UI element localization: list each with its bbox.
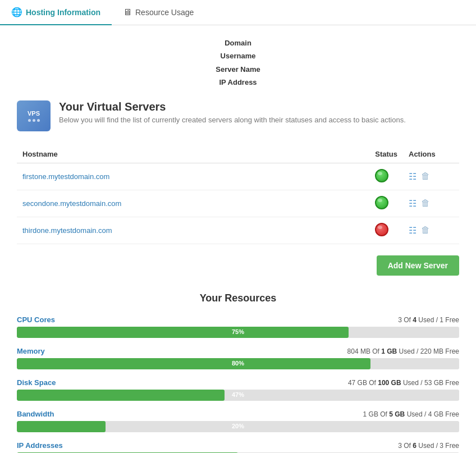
table-row: firstone.mytestdomain.com ☷ 🗑 (17, 163, 459, 190)
ip-stats-text: 3 Of (398, 442, 413, 450)
action-icons-1: ☷ 🗑 (409, 171, 454, 182)
table-row: thirdone.mytestdomain.com ☷ 🗑 (17, 217, 459, 244)
ip-stats-suffix: Used / 3 Free (417, 442, 459, 450)
status-circle-3 (375, 223, 388, 236)
resource-bandwidth: Bandwidth 1 GB Of 5 GB Used / 4 GB Free … (17, 410, 459, 432)
disk-stats-text: 47 GB Of (348, 379, 378, 387)
manage-icon-2[interactable]: ☷ (409, 198, 417, 209)
cpu-stats-text: 3 Of (398, 316, 413, 324)
actions-1: ☷ 🗑 (403, 163, 459, 190)
tab-resource[interactable]: 🖥 Resource Usage (112, 0, 205, 25)
resource-disk-label: Disk Space (17, 378, 56, 387)
resource-bandwidth-label: Bandwidth (17, 410, 54, 418)
vps-title: Your Virtual Servers (59, 100, 406, 113)
resource-ip-label: IP Addresses (17, 441, 63, 450)
resource-cpu: CPU Cores 3 Of 4 Used / 1 Free 75% (17, 315, 459, 338)
server-table: Hostname Status Actions firstone.mytestd… (17, 145, 459, 244)
resource-memory: Memory 804 MB Of 1 GB Used / 220 MB Free… (17, 347, 459, 369)
actions-3: ☷ 🗑 (403, 217, 459, 244)
vps-dots (28, 119, 40, 122)
add-server-row: Add New Server (17, 255, 459, 276)
cpu-progress-bg: 75% (17, 327, 459, 338)
main-content: Domain Username Server Name IP Address V… (0, 25, 476, 453)
tab-hosting-label: Hosting Information (26, 8, 100, 17)
resource-ip: IP Addresses 3 Of 6 Used / 3 Free 50% (17, 441, 459, 453)
resource-memory-header: Memory 804 MB Of 1 GB Used / 220 MB Free (17, 347, 459, 355)
cpu-stats-suffix: Used / 1 Free (417, 316, 459, 324)
resource-ip-stats: 3 Of 6 Used / 3 Free (398, 442, 459, 450)
resource-disk-header: Disk Space 47 GB Of 100 GB Used / 53 GB … (17, 378, 459, 387)
resource-cpu-label: CPU Cores (17, 315, 55, 324)
col-status: Status (274, 145, 403, 163)
actions-2: ☷ 🗑 (403, 190, 459, 217)
delete-icon-2[interactable]: 🗑 (421, 198, 430, 208)
resource-disk-stats: 47 GB Of 100 GB Used / 53 GB Free (348, 379, 459, 387)
memory-progress-label: 80% (232, 360, 244, 367)
resource-memory-stats: 804 MB Of 1 GB Used / 220 MB Free (347, 347, 459, 355)
disk-progress-bg: 47% (17, 390, 459, 401)
cpu-progress-fill (17, 327, 349, 338)
vps-text: Your Virtual Servers Below you will find… (59, 100, 406, 124)
action-icons-2: ☷ 🗑 (409, 198, 454, 209)
hostname-link-2[interactable]: secondone.mytestdomain.com (22, 199, 121, 208)
bandwidth-stats-text: 1 GB Of (363, 410, 390, 418)
status-1 (274, 163, 403, 190)
tab-hosting[interactable]: 🌐 Hosting Information (0, 0, 112, 25)
col-hostname: Hostname (17, 145, 274, 163)
manage-icon-3[interactable]: ☷ (409, 225, 417, 236)
delete-icon-1[interactable]: 🗑 (421, 171, 430, 181)
bandwidth-stats-suffix: Used / 4 GB Free (405, 410, 459, 418)
vps-dot-3 (37, 119, 40, 122)
disk-progress-fill (17, 390, 225, 401)
vps-dot-2 (33, 119, 35, 122)
ip-stats-bold: 6 (413, 442, 417, 450)
bandwidth-stats-bold: 5 GB (389, 410, 405, 418)
status-circle-1 (375, 169, 388, 182)
disk-progress-label: 47% (232, 391, 244, 398)
resource-bandwidth-header: Bandwidth 1 GB Of 5 GB Used / 4 GB Free (17, 410, 459, 418)
info-line-username: Username (17, 49, 459, 62)
hostname-2: secondone.mytestdomain.com (17, 190, 274, 217)
resource-disk: Disk Space 47 GB Of 100 GB Used / 53 GB … (17, 378, 459, 401)
tab-resource-label: Resource Usage (135, 8, 194, 17)
info-line-domain: Domain (17, 36, 459, 49)
resources-section: Your Resources CPU Cores 3 Of 4 Used / 1… (17, 292, 459, 453)
vps-icon: VPS (17, 100, 51, 131)
cpu-progress-label: 75% (232, 328, 244, 335)
memory-progress-fill (17, 358, 370, 369)
cpu-stats-bold: 4 (413, 316, 417, 324)
delete-icon-3[interactable]: 🗑 (421, 225, 430, 235)
vps-dot-1 (28, 119, 31, 122)
bandwidth-progress-fill (17, 421, 106, 432)
bandwidth-progress-bg: 20% (17, 421, 459, 432)
resource-cpu-header: CPU Cores 3 Of 4 Used / 1 Free (17, 315, 459, 324)
resource-bandwidth-stats: 1 GB Of 5 GB Used / 4 GB Free (363, 410, 459, 418)
status-circle-2 (375, 196, 388, 209)
col-actions: Actions (403, 145, 459, 163)
resource-cpu-stats: 3 Of 4 Used / 1 Free (398, 316, 459, 324)
info-line-ip: IP Address (17, 76, 459, 89)
action-icons-3: ☷ 🗑 (409, 225, 454, 236)
table-row: secondone.mytestdomain.com ☷ 🗑 (17, 190, 459, 217)
resources-title: Your Resources (17, 292, 459, 304)
hostname-3: thirdone.mytestdomain.com (17, 217, 274, 244)
info-line-server-name: Server Name (17, 63, 459, 76)
hostname-1: firstone.mytestdomain.com (17, 163, 274, 190)
info-block: Domain Username Server Name IP Address (17, 36, 459, 89)
vps-section: VPS Your Virtual Servers Below you will … (17, 100, 459, 131)
memory-stats-bold: 1 GB (381, 347, 397, 355)
memory-stats-suffix: Used / 220 MB Free (397, 347, 459, 355)
hostname-link-3[interactable]: thirdone.mytestdomain.com (22, 226, 112, 235)
vps-description: Below you will find the list of currentl… (59, 116, 406, 124)
globe-icon: 🌐 (11, 7, 22, 17)
status-3 (274, 217, 403, 244)
resource-memory-label: Memory (17, 347, 45, 355)
bandwidth-progress-label: 20% (232, 423, 244, 429)
tabs-bar: 🌐 Hosting Information 🖥 Resource Usage (0, 0, 476, 25)
manage-icon-1[interactable]: ☷ (409, 171, 417, 182)
hostname-link-1[interactable]: firstone.mytestdomain.com (22, 172, 109, 181)
resource-ip-header: IP Addresses 3 Of 6 Used / 3 Free (17, 441, 459, 450)
status-2 (274, 190, 403, 217)
add-new-server-button[interactable]: Add New Server (377, 255, 459, 276)
memory-progress-bg: 80% (17, 358, 459, 369)
